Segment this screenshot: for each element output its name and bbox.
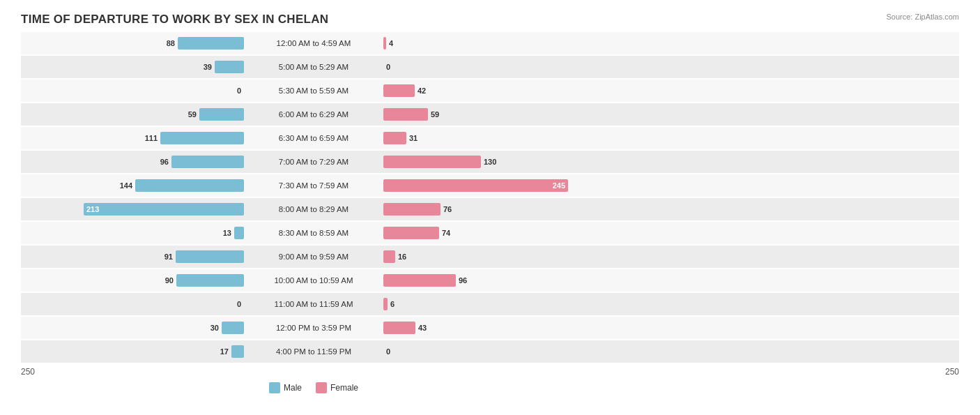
left-section: 111 xyxy=(21,127,244,149)
right-section: 4 xyxy=(383,32,959,54)
legend-male: Male xyxy=(269,382,302,393)
male-value: 0 xyxy=(237,300,241,308)
right-section: 43 xyxy=(383,317,959,339)
chart-area: 88 12:00 AM to 4:59 AM 4 39 5:00 AM to 5… xyxy=(21,32,959,363)
male-value-inside: 213 xyxy=(86,205,99,213)
left-section: 90 xyxy=(21,269,244,292)
left-section: 96 xyxy=(21,151,244,173)
male-value: 39 xyxy=(204,63,212,71)
male-bar xyxy=(199,108,244,121)
female-bar xyxy=(383,84,415,97)
chart-container: TIME OF DEPARTURE TO WORK BY SEX IN CHEL… xyxy=(0,0,980,414)
male-value: 88 xyxy=(167,39,175,47)
female-value: 16 xyxy=(398,252,406,261)
male-bar xyxy=(176,250,244,263)
male-value: 91 xyxy=(164,252,173,261)
female-bar xyxy=(383,203,441,216)
female-value: 0 xyxy=(386,347,390,356)
chart-row: 59 6:00 AM to 6:29 AM 59 xyxy=(21,103,959,126)
left-section: 88 xyxy=(21,32,244,54)
left-section: 144 xyxy=(21,174,244,197)
female-bar xyxy=(383,298,388,310)
time-label: 6:00 AM to 6:29 AM xyxy=(244,110,383,119)
time-label: 7:30 AM to 7:59 AM xyxy=(244,181,383,190)
female-bar xyxy=(383,227,439,239)
chart-row: 90 10:00 AM to 10:59 AM 96 xyxy=(21,269,959,292)
left-section: 59 xyxy=(21,103,244,126)
right-section: 42 xyxy=(383,80,959,102)
left-section: 39 xyxy=(21,56,244,78)
right-section: 59 xyxy=(383,103,959,126)
female-bar xyxy=(383,322,415,334)
chart-title: TIME OF DEPARTURE TO WORK BY SEX IN CHEL… xyxy=(21,13,959,27)
chart-row: 96 7:00 AM to 7:29 AM 130 xyxy=(21,151,959,173)
right-section: 76 xyxy=(383,198,959,220)
male-label: Male xyxy=(284,383,302,393)
right-section: 16 xyxy=(383,246,959,268)
left-section: 17 xyxy=(21,340,244,363)
female-value: 4 xyxy=(389,39,393,47)
female-value: 43 xyxy=(418,324,427,332)
female-value: 76 xyxy=(443,205,452,213)
male-bar xyxy=(222,322,244,334)
time-label: 12:00 AM to 4:59 AM xyxy=(244,39,383,47)
female-value: 74 xyxy=(442,229,450,237)
left-section: 91 xyxy=(21,246,244,268)
time-label: 8:00 AM to 8:29 AM xyxy=(244,205,383,213)
male-value: 111 xyxy=(145,134,158,142)
right-section: 96 xyxy=(383,269,959,292)
chart-row: 144 7:30 AM to 7:59 AM 245 xyxy=(21,174,959,197)
female-value: 130 xyxy=(484,158,496,166)
male-bar xyxy=(176,274,244,287)
female-bar xyxy=(383,37,386,50)
male-value: 96 xyxy=(160,158,169,166)
chart-row: 30 12:00 PM to 3:59 PM 43 xyxy=(21,317,959,339)
right-section: 74 xyxy=(383,222,959,244)
male-value: 144 xyxy=(120,181,132,190)
male-bar: 213 xyxy=(84,203,244,216)
female-value: 59 xyxy=(431,110,439,119)
left-section: 30 xyxy=(21,317,244,339)
male-value: 13 xyxy=(223,229,231,237)
female-value: 31 xyxy=(409,134,418,142)
left-section: 0 xyxy=(21,80,244,102)
female-bar: 245 xyxy=(383,179,568,192)
right-section: 0 xyxy=(383,340,959,363)
left-section: 213 xyxy=(21,198,244,220)
male-bar xyxy=(135,179,244,192)
axis-left: 250 xyxy=(21,367,244,377)
male-swatch xyxy=(269,382,280,393)
chart-row: 0 11:00 AM to 11:59 AM 6 xyxy=(21,293,959,315)
chart-row: 91 9:00 AM to 9:59 AM 16 xyxy=(21,246,959,268)
male-bar xyxy=(178,37,244,50)
female-value: 96 xyxy=(459,276,467,285)
female-value: 42 xyxy=(418,86,426,95)
legend-row: Male Female xyxy=(244,382,383,393)
time-label: 12:00 PM to 3:59 PM xyxy=(244,324,383,332)
male-value: 59 xyxy=(188,110,197,119)
female-value: 6 xyxy=(390,300,395,308)
chart-row: 17 4:00 PM to 11:59 PM 0 xyxy=(21,340,959,363)
male-bar xyxy=(215,61,244,73)
female-label: Female xyxy=(330,383,358,393)
male-value: 30 xyxy=(210,324,219,332)
time-label: 11:00 AM to 11:59 AM xyxy=(244,300,383,308)
male-bar xyxy=(231,345,244,358)
right-section: 0 xyxy=(383,56,959,78)
time-label: 5:30 AM to 5:59 AM xyxy=(244,86,383,95)
time-label: 4:00 PM to 11:59 PM xyxy=(244,347,383,356)
axis-right-value: 250 xyxy=(383,367,959,377)
axis-row: 250 250 xyxy=(21,367,959,377)
female-value: 0 xyxy=(386,63,390,71)
female-value-inside: 245 xyxy=(553,181,565,190)
chart-row: 111 6:30 AM to 6:59 AM 31 xyxy=(21,127,959,149)
chart-row: 13 8:30 AM to 8:59 AM 74 xyxy=(21,222,959,244)
female-bar xyxy=(383,156,481,168)
chart-row: 39 5:00 AM to 5:29 AM 0 xyxy=(21,56,959,78)
time-label: 9:00 AM to 9:59 AM xyxy=(244,252,383,261)
female-bar xyxy=(383,108,428,121)
chart-row: 213 8:00 AM to 8:29 AM 76 xyxy=(21,198,959,220)
left-section: 0 xyxy=(21,293,244,315)
time-label: 8:30 AM to 8:59 AM xyxy=(244,229,383,237)
female-bar xyxy=(383,250,395,263)
